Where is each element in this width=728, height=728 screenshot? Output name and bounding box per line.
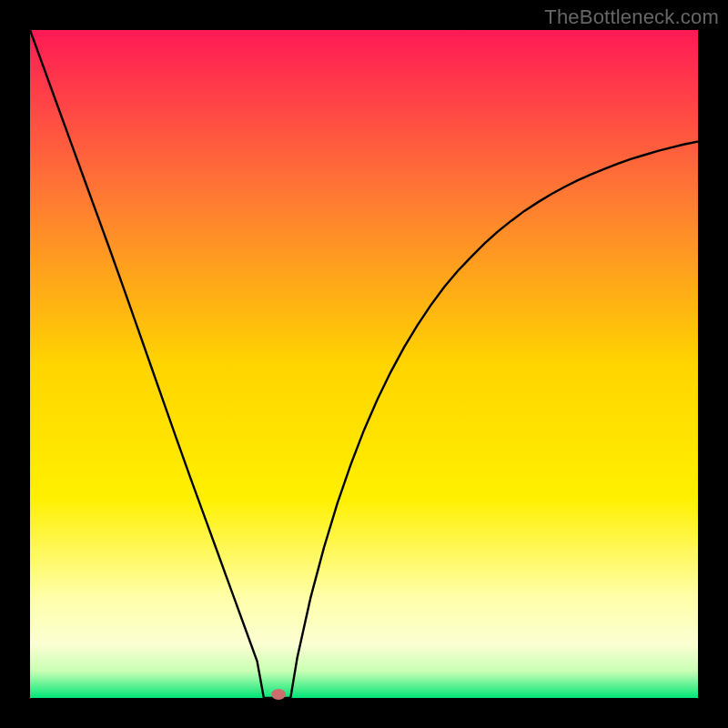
watermark-label: TheBottleneck.com (544, 5, 719, 29)
bottleneck-chart: TheBottleneck.com (0, 0, 728, 728)
chart-svg (0, 0, 728, 728)
optimal-point-marker (271, 689, 286, 700)
plot-background (30, 30, 698, 698)
